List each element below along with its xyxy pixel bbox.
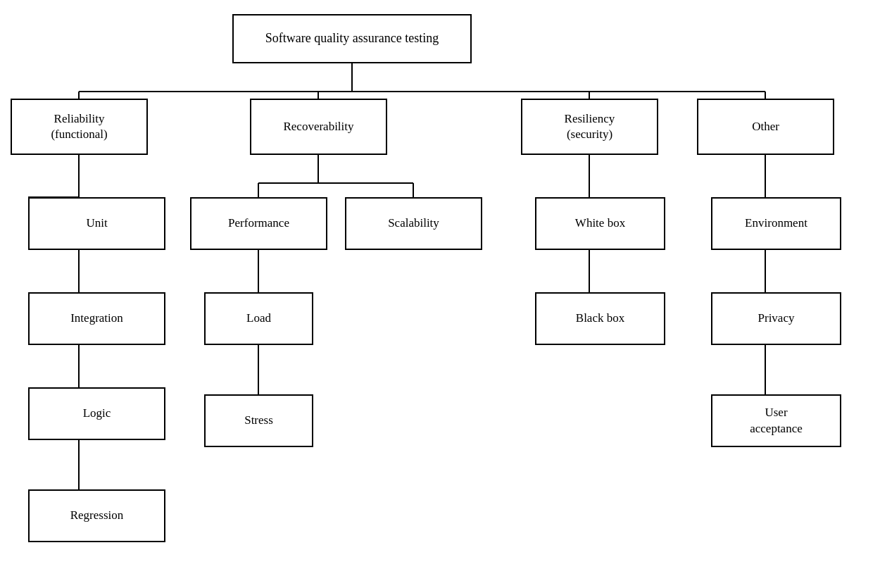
other-node: Other <box>697 99 834 155</box>
stress-node: Stress <box>204 394 313 447</box>
regression-node: Regression <box>28 489 165 542</box>
integration-node: Integration <box>28 292 165 345</box>
performance-node: Performance <box>190 197 327 250</box>
scalability-node: Scalability <box>345 197 482 250</box>
recoverability-node: Recoverability <box>250 99 387 155</box>
blackbox-node: Black box <box>535 292 665 345</box>
privacy-node: Privacy <box>711 292 841 345</box>
useracceptance-node: Useracceptance <box>711 394 841 447</box>
unit-node: Unit <box>28 197 165 250</box>
environment-node: Environment <box>711 197 841 250</box>
resiliency-node: Resiliency(security) <box>521 99 658 155</box>
reliability-node: Reliability(functional) <box>11 99 148 155</box>
logic-node: Logic <box>28 387 165 440</box>
root-node: Software quality assurance testing <box>232 14 472 63</box>
load-node: Load <box>204 292 313 345</box>
whitebox-node: White box <box>535 197 665 250</box>
diagram: Software quality assurance testing Relia… <box>0 0 880 588</box>
